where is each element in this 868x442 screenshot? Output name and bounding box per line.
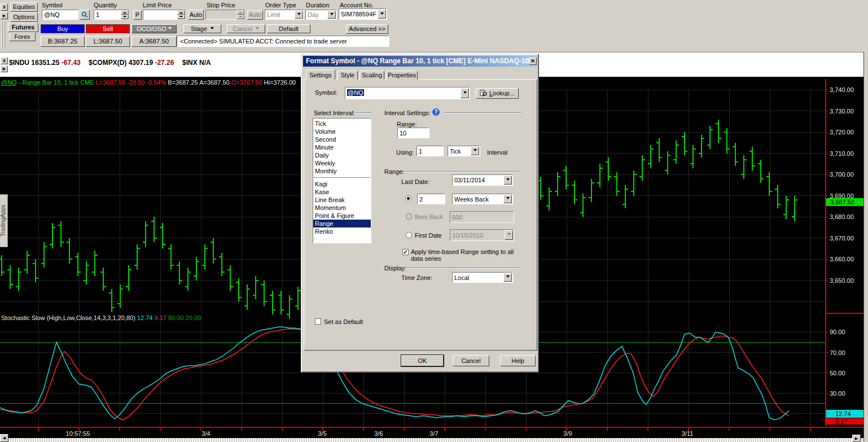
ask-price-button[interactable]: A:3687.50 — [131, 36, 177, 47]
close-icon[interactable]: x — [1, 3, 8, 11]
dialog-symbol-combo[interactable]: @NQ — [345, 87, 470, 99]
chevron-down-icon[interactable] — [503, 195, 512, 203]
cancel-button[interactable]: Cancel — [453, 355, 489, 366]
chevron-down-icon[interactable] — [327, 11, 336, 19]
range-input[interactable]: 10 — [397, 128, 429, 138]
quantity-stepper[interactable] — [121, 10, 129, 19]
interval-item-line-break[interactable]: Line Break — [313, 196, 371, 204]
bars-back-radio[interactable] — [406, 213, 412, 220]
ok-button[interactable]: OK — [401, 355, 444, 366]
account-select[interactable]: SIM788594F — [339, 8, 387, 20]
time-zone-label: Time Zone: — [401, 274, 432, 281]
axis-label: 3,720.00 — [830, 129, 854, 135]
limit-price-stepper[interactable] — [177, 10, 185, 19]
tab-settings[interactable]: Settings — [306, 69, 335, 80]
symbol-search-button[interactable] — [80, 10, 90, 20]
apply-range-label: Apply time-based Range setting to alldat… — [411, 248, 514, 262]
stage-button[interactable]: Stage — [183, 24, 221, 33]
tab-equities[interactable]: Equities — [10, 2, 38, 12]
advanced-button[interactable]: Advanced >> — [346, 24, 388, 34]
last-date-label: Last Date: — [401, 178, 429, 185]
using-unit-select[interactable]: Tick — [448, 146, 480, 156]
duration-select[interactable]: Day — [305, 10, 337, 20]
group-line — [406, 171, 521, 172]
first-date-radio[interactable] — [406, 232, 412, 238]
search-icon — [81, 11, 88, 18]
tab-futures[interactable]: Futures — [8, 23, 38, 32]
interval-item-momentum[interactable]: Momentum — [313, 204, 371, 212]
dialog-titlebar[interactable]: Format Symbol - @NQ Range Bar 10, 1 tick… — [303, 56, 538, 67]
group-line — [406, 268, 521, 268]
chevron-down-icon[interactable] — [461, 88, 469, 98]
order-type-select[interactable]: Limit — [265, 10, 304, 20]
sell-button[interactable]: Sell — [86, 24, 130, 33]
time-axis-line — [0, 427, 863, 428]
time-label: 3/4 — [201, 430, 210, 437]
stop-price-stepper[interactable] — [236, 10, 244, 19]
default-button[interactable]: Default — [267, 24, 310, 33]
chevron-down-icon[interactable] — [503, 176, 512, 185]
axis-label: 30.00 — [830, 390, 845, 397]
chevron-down-icon[interactable] — [503, 273, 512, 282]
axis-tick — [825, 90, 828, 90]
tab-properties[interactable]: Properties — [386, 71, 418, 80]
axis-label: 3,670.00 — [830, 235, 854, 242]
stop-auto-button[interactable]: Auto — [247, 10, 263, 20]
limit-auto-button[interactable]: Auto — [188, 10, 204, 20]
weeks-back-input[interactable]: 2 — [417, 194, 445, 204]
last-date-select[interactable]: 03/11/2014 — [452, 174, 513, 186]
quantity-label: Quantity — [94, 2, 117, 8]
scroll-right-button[interactable]: ▶ — [852, 435, 861, 442]
p-button[interactable]: P — [133, 10, 142, 20]
tab-options[interactable]: Options — [10, 12, 38, 22]
interval-item-monthly[interactable]: Monthly — [313, 167, 371, 175]
expand-arrow-icon[interactable]: ▶ — [1, 65, 8, 72]
trading-apps-tab[interactable]: TradingApps — [0, 194, 8, 247]
interval-item-tick[interactable]: Tick — [313, 120, 371, 128]
interval-item-range[interactable]: Range — [313, 220, 371, 227]
chevron-down-icon[interactable] — [295, 11, 303, 19]
interval-listbox[interactable]: TickVolumeSecondMinuteDailyWeeklyMonthly… — [313, 118, 371, 243]
symbol-input[interactable]: @NQ — [42, 10, 78, 20]
buy-button[interactable]: Buy — [41, 24, 85, 33]
scroll-left-button[interactable]: ◀ — [0, 434, 8, 442]
close-icon[interactable]: x — [1, 57, 8, 64]
interval-item-kase[interactable]: Kase — [313, 188, 371, 196]
tab-style[interactable]: Style — [337, 71, 358, 80]
tab-scaling[interactable]: Scaling — [360, 71, 384, 80]
weeks-back-unit-select[interactable]: Weeks Back — [452, 194, 513, 204]
toolbar-grip — [2, 21, 3, 49]
group-line — [357, 112, 371, 113]
set-default-checkbox[interactable] — [315, 318, 321, 325]
interval-item-kagi[interactable]: Kagi — [313, 180, 371, 188]
using-input[interactable]: 1 — [417, 146, 444, 156]
interval-item-weekly[interactable]: Weekly — [313, 159, 371, 167]
dialog-close-button[interactable]: ✕ — [529, 58, 537, 65]
interval-item-second[interactable]: Second — [313, 135, 371, 143]
axis-tick — [825, 217, 828, 217]
interval-item-point-figure[interactable]: Point & Figure — [313, 212, 371, 220]
lookup-button[interactable]: Lookup... — [476, 88, 519, 99]
time-label: 3/9 — [563, 430, 572, 437]
help-button[interactable]: Help — [500, 355, 536, 366]
help-icon[interactable]: ? — [432, 108, 440, 116]
oco-oso-button[interactable]: OCO/OSO — [131, 24, 177, 33]
horizontal-scrollbar[interactable] — [0, 438, 863, 442]
time-zone-select[interactable]: Local — [452, 272, 513, 283]
weeks-back-radio[interactable] — [405, 195, 411, 202]
interval-item-minute[interactable]: Minute — [313, 143, 371, 151]
set-default-label: Set as Default — [324, 318, 363, 325]
interval-item-daily[interactable]: Daily — [313, 151, 371, 159]
axis-label: 3,660.00 — [830, 256, 854, 262]
chevron-down-icon[interactable] — [378, 10, 386, 19]
interval-item-volume[interactable]: Volume — [313, 128, 371, 135]
interval-item-renko[interactable]: Renko — [313, 227, 371, 235]
bid-price-button[interactable]: B:3687.25 — [41, 36, 85, 47]
tab-forex[interactable]: Forex — [9, 32, 36, 41]
chevron-down-icon[interactable] — [471, 147, 479, 155]
last-price-button[interactable]: L:3687.50 — [86, 36, 130, 47]
expand-arrow-icon[interactable]: ▶ — [1, 12, 8, 19]
apply-range-checkbox[interactable]: ✓ — [402, 249, 409, 255]
axis-tick — [825, 332, 828, 332]
cancel-order-button[interactable]: Cancel — [227, 24, 265, 33]
